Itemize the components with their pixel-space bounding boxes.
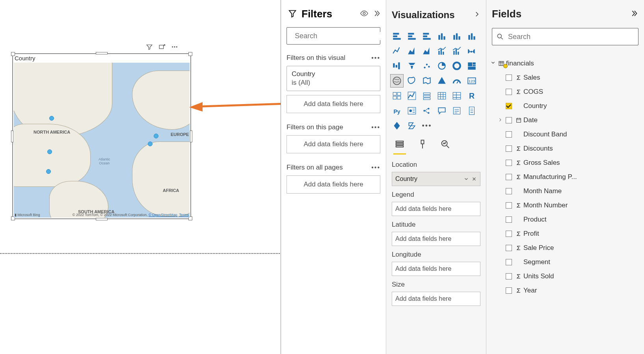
viz-pie[interactable] [435, 59, 449, 73]
field-checkbox[interactable] [506, 160, 512, 166]
filter-card-country[interactable]: Country is (All) [287, 66, 380, 91]
viz-paginated[interactable] [465, 104, 478, 117]
more-options-icon[interactable] [171, 43, 178, 52]
field-cogs[interactable]: COGS [490, 85, 644, 99]
eye-icon[interactable] [356, 9, 369, 19]
field-checkbox[interactable] [506, 245, 512, 251]
viz-donut[interactable] [450, 59, 463, 73]
field-month-name[interactable]: Month Name [490, 184, 644, 198]
field-checkbox[interactable] [506, 117, 512, 123]
viz-qna[interactable] [435, 104, 449, 117]
map-point[interactable] [154, 134, 158, 138]
field-month-number[interactable]: Month Number [490, 198, 644, 212]
field-checkbox[interactable] [506, 259, 512, 265]
chevron-right-icon[interactable] [473, 11, 480, 19]
field-checkbox[interactable] [506, 89, 512, 95]
viz-column-clustered[interactable] [450, 29, 463, 43]
viz-filled-map[interactable] [405, 74, 419, 88]
field-checkbox[interactable] [506, 188, 512, 194]
map-body[interactable]: NORTH AMERICA EUROPE AFRICA SOUTH AMERIC… [14, 63, 190, 218]
field-sales[interactable]: Sales [490, 71, 644, 85]
field-checkbox[interactable] [506, 216, 512, 223]
collapse-icon[interactable] [490, 60, 497, 67]
field-date[interactable]: Date [490, 113, 644, 127]
field-checkbox[interactable] [506, 231, 512, 237]
viz-ribbon[interactable] [465, 44, 478, 58]
field-checkbox[interactable] [506, 75, 512, 81]
viz-python[interactable]: Py [390, 104, 404, 117]
filters-search[interactable] [287, 27, 380, 45]
viz-bar-clustered[interactable] [405, 29, 419, 43]
viz-bar-100[interactable] [420, 29, 434, 43]
fields-tab[interactable] [394, 139, 405, 154]
visual-filter-drop[interactable]: Add data fields here [287, 95, 380, 113]
viz-waterfall[interactable] [390, 59, 404, 73]
viz-area[interactable] [405, 44, 419, 58]
viz-line-column[interactable] [435, 44, 449, 58]
viz-r-visual[interactable]: R [465, 89, 478, 102]
field-country[interactable]: Country [490, 99, 644, 113]
viz-power-automate[interactable] [405, 119, 419, 132]
map-point[interactable] [49, 116, 54, 121]
viz-area-stacked[interactable] [420, 44, 434, 58]
viz-line-column-stacked[interactable] [450, 44, 463, 58]
viz-more[interactable]: ••• [420, 119, 434, 132]
field-year[interactable]: Year [490, 283, 644, 298]
viz-line[interactable] [390, 44, 404, 58]
field-sale-price[interactable]: Sale Price [490, 241, 644, 255]
viz-table[interactable] [435, 89, 449, 102]
field-checkbox[interactable] [506, 174, 512, 180]
field-segment[interactable]: Segment [490, 255, 644, 269]
all-pages-filter-drop[interactable]: Add data fields here [287, 175, 380, 194]
fields-search-input[interactable] [508, 33, 634, 41]
field-checkbox[interactable] [506, 287, 512, 294]
remove-icon[interactable] [471, 176, 477, 182]
viz-decomposition[interactable] [420, 104, 434, 117]
field-checkbox[interactable] [506, 273, 512, 279]
more-icon[interactable]: ••• [371, 54, 380, 61]
viz-gauge[interactable] [450, 74, 463, 88]
page-filter-drop[interactable]: Add data fields here [287, 135, 380, 153]
field-checkbox[interactable] [506, 145, 512, 152]
map-point[interactable] [46, 169, 51, 174]
viz-treemap[interactable] [465, 59, 478, 73]
field-product[interactable]: Product [490, 212, 644, 227]
analytics-tab[interactable] [440, 139, 451, 154]
legend-drop[interactable]: Add data fields here [392, 202, 480, 216]
filter-icon[interactable] [146, 43, 153, 52]
field-gross-sales[interactable]: Gross Sales [490, 156, 644, 170]
expand-icon[interactable] [497, 116, 504, 124]
viz-scatter[interactable] [420, 59, 434, 73]
viz-funnel[interactable] [405, 59, 419, 73]
field-checkbox[interactable] [506, 103, 512, 109]
longitude-drop[interactable]: Add data fields here [392, 262, 480, 276]
viz-key-influencers[interactable] [405, 104, 419, 117]
more-icon[interactable]: ••• [371, 164, 380, 171]
viz-shape-map[interactable] [420, 74, 434, 88]
viz-map[interactable] [390, 74, 404, 88]
format-tab[interactable] [417, 139, 428, 154]
map-point[interactable] [47, 149, 52, 154]
location-field[interactable]: Country [392, 172, 480, 186]
field-manufacturing-p-[interactable]: Manufacturing P... [490, 170, 644, 184]
table-financials[interactable]: financials [490, 56, 644, 71]
viz-matrix[interactable] [450, 89, 463, 102]
viz-kpi[interactable] [405, 89, 419, 102]
chevron-down-icon[interactable] [463, 176, 469, 182]
collapse-icon[interactable] [369, 9, 381, 19]
viz-slicer[interactable] [420, 89, 434, 102]
viz-power-apps[interactable] [390, 119, 404, 132]
viz-multi-card[interactable] [390, 89, 404, 102]
field-checkbox[interactable] [506, 131, 512, 138]
field-discount-band[interactable]: Discount Band [490, 127, 644, 142]
filters-search-input[interactable] [295, 32, 386, 40]
viz-narrative[interactable] [450, 104, 463, 117]
latitude-drop[interactable]: Add data fields here [392, 232, 480, 246]
map-visual[interactable]: Country NORTH AMERICA EUROPE AFRICA SOUT… [12, 53, 191, 219]
field-units-sold[interactable]: Units Sold [490, 269, 644, 283]
fields-search[interactable] [492, 28, 638, 45]
map-point[interactable] [148, 142, 153, 146]
collapse-icon[interactable] [630, 9, 638, 19]
report-canvas[interactable]: Country NORTH AMERICA EUROPE AFRICA SOUT… [0, 0, 280, 354]
field-checkbox[interactable] [506, 202, 512, 209]
